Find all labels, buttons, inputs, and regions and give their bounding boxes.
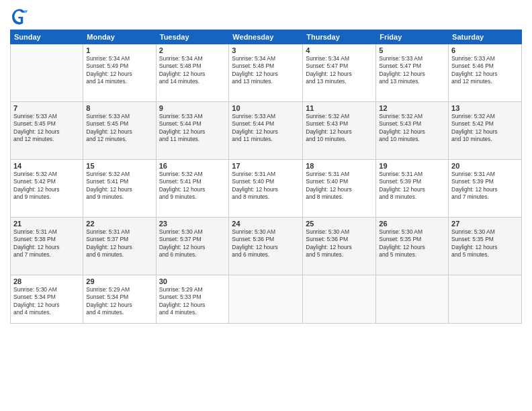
day-info: Sunrise: 5:34 AM Sunset: 5:47 PM Dayligh… bbox=[306, 55, 373, 86]
day-cell: 1Sunrise: 5:34 AM Sunset: 5:49 PM Daylig… bbox=[83, 44, 156, 102]
day-cell: 2Sunrise: 5:34 AM Sunset: 5:48 PM Daylig… bbox=[156, 44, 229, 102]
day-cell: 17Sunrise: 5:31 AM Sunset: 5:40 PM Dayli… bbox=[229, 160, 303, 218]
day-cell: 14Sunrise: 5:32 AM Sunset: 5:42 PM Dayli… bbox=[11, 160, 83, 218]
day-number: 1 bbox=[86, 46, 152, 54]
day-number: 13 bbox=[451, 104, 519, 112]
day-number: 25 bbox=[306, 220, 373, 228]
day-info: Sunrise: 5:33 AM Sunset: 5:47 PM Dayligh… bbox=[379, 55, 445, 86]
header bbox=[10, 7, 522, 26]
day-number: 28 bbox=[13, 277, 80, 285]
day-cell: 22Sunrise: 5:31 AM Sunset: 5:37 PM Dayli… bbox=[83, 218, 156, 275]
day-cell: 3Sunrise: 5:34 AM Sunset: 5:48 PM Daylig… bbox=[229, 44, 303, 102]
day-number: 14 bbox=[13, 162, 80, 170]
day-cell: 24Sunrise: 5:30 AM Sunset: 5:36 PM Dayli… bbox=[229, 218, 303, 275]
day-number: 11 bbox=[306, 104, 373, 112]
day-cell bbox=[303, 275, 376, 324]
day-number: 5 bbox=[379, 46, 445, 54]
day-cell: 28Sunrise: 5:30 AM Sunset: 5:34 PM Dayli… bbox=[11, 275, 83, 324]
day-info: Sunrise: 5:30 AM Sunset: 5:36 PM Dayligh… bbox=[232, 228, 300, 259]
day-number: 7 bbox=[13, 104, 80, 112]
day-cell: 5Sunrise: 5:33 AM Sunset: 5:47 PM Daylig… bbox=[376, 44, 449, 102]
day-number: 3 bbox=[232, 46, 300, 54]
weekday-header-saturday: Saturday bbox=[449, 30, 522, 44]
day-cell bbox=[449, 275, 522, 324]
weekday-header-wednesday: Wednesday bbox=[229, 30, 303, 44]
day-info: Sunrise: 5:32 AM Sunset: 5:43 PM Dayligh… bbox=[379, 113, 445, 144]
day-number: 4 bbox=[306, 46, 373, 54]
day-info: Sunrise: 5:30 AM Sunset: 5:37 PM Dayligh… bbox=[159, 228, 226, 259]
day-info: Sunrise: 5:34 AM Sunset: 5:49 PM Dayligh… bbox=[86, 55, 152, 86]
day-number: 17 bbox=[232, 162, 300, 170]
day-number: 12 bbox=[379, 104, 445, 112]
day-number: 27 bbox=[451, 220, 519, 228]
day-info: Sunrise: 5:32 AM Sunset: 5:41 PM Dayligh… bbox=[86, 171, 152, 201]
weekday-header-row: SundayMondayTuesdayWednesdayThursdayFrid… bbox=[11, 30, 522, 44]
day-info: Sunrise: 5:33 AM Sunset: 5:46 PM Dayligh… bbox=[451, 55, 519, 86]
day-info: Sunrise: 5:30 AM Sunset: 5:35 PM Dayligh… bbox=[451, 228, 519, 259]
day-number: 19 bbox=[379, 162, 445, 170]
day-info: Sunrise: 5:31 AM Sunset: 5:39 PM Dayligh… bbox=[379, 171, 445, 201]
day-number: 15 bbox=[86, 162, 152, 170]
week-row-4: 21Sunrise: 5:31 AM Sunset: 5:38 PM Dayli… bbox=[11, 218, 522, 275]
day-info: Sunrise: 5:31 AM Sunset: 5:38 PM Dayligh… bbox=[13, 228, 80, 259]
day-info: Sunrise: 5:31 AM Sunset: 5:40 PM Dayligh… bbox=[306, 171, 373, 201]
day-info: Sunrise: 5:33 AM Sunset: 5:45 PM Dayligh… bbox=[13, 113, 80, 144]
day-number: 26 bbox=[379, 220, 445, 228]
day-cell: 19Sunrise: 5:31 AM Sunset: 5:39 PM Dayli… bbox=[376, 160, 449, 218]
day-cell bbox=[229, 275, 303, 324]
weekday-header-thursday: Thursday bbox=[303, 30, 376, 44]
weekday-header-friday: Friday bbox=[376, 30, 449, 44]
day-cell: 25Sunrise: 5:30 AM Sunset: 5:36 PM Dayli… bbox=[303, 218, 376, 275]
day-cell: 4Sunrise: 5:34 AM Sunset: 5:47 PM Daylig… bbox=[303, 44, 376, 102]
day-cell: 6Sunrise: 5:33 AM Sunset: 5:46 PM Daylig… bbox=[449, 44, 522, 102]
day-info: Sunrise: 5:34 AM Sunset: 5:48 PM Dayligh… bbox=[159, 55, 226, 86]
week-row-1: 1Sunrise: 5:34 AM Sunset: 5:49 PM Daylig… bbox=[11, 44, 522, 102]
weekday-header-monday: Monday bbox=[83, 30, 156, 44]
day-cell: 18Sunrise: 5:31 AM Sunset: 5:40 PM Dayli… bbox=[303, 160, 376, 218]
day-info: Sunrise: 5:30 AM Sunset: 5:35 PM Dayligh… bbox=[379, 228, 445, 259]
day-number: 18 bbox=[306, 162, 373, 170]
day-number: 21 bbox=[13, 220, 80, 228]
day-cell: 16Sunrise: 5:32 AM Sunset: 5:41 PM Dayli… bbox=[156, 160, 229, 218]
day-number: 22 bbox=[86, 220, 152, 228]
page: SundayMondayTuesdayWednesdayThursdayFrid… bbox=[0, 0, 532, 411]
weekday-header-sunday: Sunday bbox=[11, 30, 83, 44]
week-row-5: 28Sunrise: 5:30 AM Sunset: 5:34 PM Dayli… bbox=[11, 275, 522, 324]
day-number: 23 bbox=[159, 220, 226, 228]
day-info: Sunrise: 5:32 AM Sunset: 5:43 PM Dayligh… bbox=[306, 113, 373, 144]
logo-icon bbox=[10, 7, 29, 26]
weekday-header-tuesday: Tuesday bbox=[156, 30, 229, 44]
day-info: Sunrise: 5:32 AM Sunset: 5:42 PM Dayligh… bbox=[13, 171, 80, 201]
day-cell: 9Sunrise: 5:33 AM Sunset: 5:44 PM Daylig… bbox=[156, 102, 229, 160]
day-cell: 26Sunrise: 5:30 AM Sunset: 5:35 PM Dayli… bbox=[376, 218, 449, 275]
day-cell: 27Sunrise: 5:30 AM Sunset: 5:35 PM Dayli… bbox=[449, 218, 522, 275]
day-number: 30 bbox=[159, 277, 226, 285]
week-row-3: 14Sunrise: 5:32 AM Sunset: 5:42 PM Dayli… bbox=[11, 160, 522, 218]
day-number: 29 bbox=[86, 277, 152, 285]
day-info: Sunrise: 5:30 AM Sunset: 5:34 PM Dayligh… bbox=[13, 286, 80, 317]
day-info: Sunrise: 5:31 AM Sunset: 5:37 PM Dayligh… bbox=[86, 228, 152, 259]
day-cell: 29Sunrise: 5:29 AM Sunset: 5:34 PM Dayli… bbox=[83, 275, 156, 324]
day-cell: 12Sunrise: 5:32 AM Sunset: 5:43 PM Dayli… bbox=[376, 102, 449, 160]
day-number: 16 bbox=[159, 162, 226, 170]
day-number: 20 bbox=[451, 162, 519, 170]
day-info: Sunrise: 5:33 AM Sunset: 5:45 PM Dayligh… bbox=[86, 113, 152, 144]
day-cell: 15Sunrise: 5:32 AM Sunset: 5:41 PM Dayli… bbox=[83, 160, 156, 218]
day-cell: 7Sunrise: 5:33 AM Sunset: 5:45 PM Daylig… bbox=[11, 102, 83, 160]
calendar-table: SundayMondayTuesdayWednesdayThursdayFrid… bbox=[10, 30, 522, 324]
day-cell: 8Sunrise: 5:33 AM Sunset: 5:45 PM Daylig… bbox=[83, 102, 156, 160]
day-cell bbox=[376, 275, 449, 324]
day-cell: 30Sunrise: 5:29 AM Sunset: 5:33 PM Dayli… bbox=[156, 275, 229, 324]
day-info: Sunrise: 5:29 AM Sunset: 5:33 PM Dayligh… bbox=[159, 286, 226, 317]
day-cell: 13Sunrise: 5:32 AM Sunset: 5:42 PM Dayli… bbox=[449, 102, 522, 160]
logo bbox=[10, 7, 32, 26]
day-cell: 11Sunrise: 5:32 AM Sunset: 5:43 PM Dayli… bbox=[303, 102, 376, 160]
day-info: Sunrise: 5:31 AM Sunset: 5:39 PM Dayligh… bbox=[451, 171, 519, 201]
day-info: Sunrise: 5:32 AM Sunset: 5:42 PM Dayligh… bbox=[451, 113, 519, 144]
week-row-2: 7Sunrise: 5:33 AM Sunset: 5:45 PM Daylig… bbox=[11, 102, 522, 160]
day-info: Sunrise: 5:31 AM Sunset: 5:40 PM Dayligh… bbox=[232, 171, 300, 201]
day-number: 24 bbox=[232, 220, 300, 228]
day-number: 2 bbox=[159, 46, 226, 54]
day-number: 6 bbox=[451, 46, 519, 54]
day-cell: 10Sunrise: 5:33 AM Sunset: 5:44 PM Dayli… bbox=[229, 102, 303, 160]
